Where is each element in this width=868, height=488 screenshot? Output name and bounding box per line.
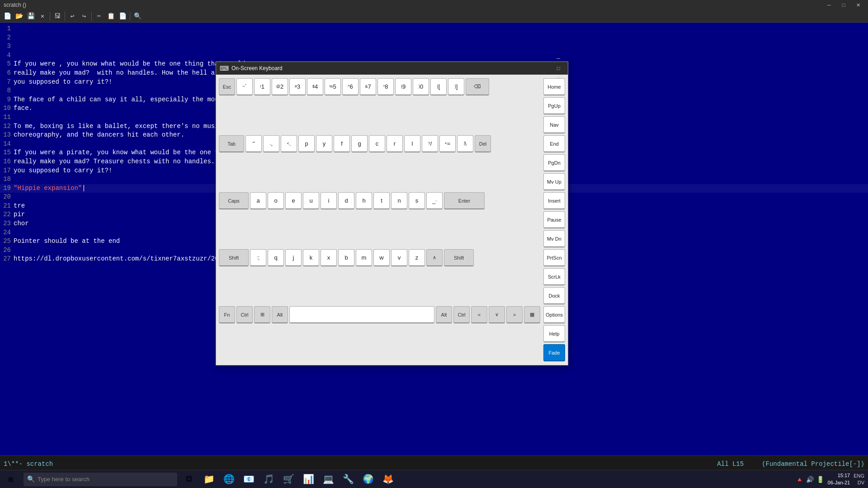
maximize-button[interactable]: □ [837,0,850,10]
osk-key-k[interactable]: k [303,249,319,266]
osk-key-0[interactable]: )0 [413,78,429,95]
osk-key-o[interactable]: o [268,192,284,209]
osk-maximize-button[interactable]: □ [552,63,564,73]
osk-key-slash[interactable]: ?/ [422,135,438,152]
minimize-button[interactable]: ─ [823,0,835,10]
osk-key-pause[interactable]: Pause [543,211,565,228]
pinned-app-1[interactable]: 🌐 [219,470,239,488]
pinned-app-9[interactable]: 🦊 [378,470,398,488]
osk-key-b[interactable]: b [338,249,354,266]
osk-key-del[interactable]: Del [475,135,491,152]
osk-key-w[interactable]: w [373,249,390,266]
osk-key-3[interactable]: #3 [289,78,306,95]
osk-key-j[interactable]: j [285,249,302,266]
pinned-app-3[interactable]: 🎵 [259,470,278,488]
osk-key-quote[interactable]: "' [245,135,262,152]
pinned-app-5[interactable]: 📊 [298,470,318,488]
osk-key-p[interactable]: p [298,135,315,152]
osk-key-pgup[interactable]: PgUp [543,97,565,114]
osk-key-2[interactable]: @2 [272,78,288,95]
new-file-button[interactable]: 📄 [2,11,13,22]
osk-key-uparrow[interactable]: ∧ [426,249,443,266]
osk-key-u[interactable]: u [303,192,319,209]
volume-icon[interactable]: 🔊 [806,476,814,483]
copy-button[interactable]: 📋 [105,11,116,22]
osk-key-shift-right[interactable]: Shift [444,249,474,266]
osk-key-c[interactable]: c [369,135,385,152]
osk-key-caps[interactable]: Caps [219,192,249,209]
osk-key-t[interactable]: t [373,192,390,209]
osk-key-fade[interactable]: Fade [543,344,565,361]
osk-key-8[interactable]: *8 [377,78,394,95]
close-file-button[interactable]: ✕ [37,11,48,22]
osk-key-z[interactable]: z [409,249,425,266]
osk-key-period[interactable]: <. [281,135,297,152]
osk-key-i[interactable]: i [321,192,337,209]
osk-key-r[interactable]: r [387,135,403,152]
osk-key-mvup[interactable]: Mv Up [543,173,565,190]
print-button[interactable]: 🖫 [52,11,63,22]
osk-key-1[interactable]: !1 [254,78,270,95]
osk-key-prtscn[interactable]: PrtScn [543,249,565,266]
clock-display[interactable]: 15:17 06-Jan-21 [828,472,850,486]
file-explorer-button[interactable]: 📁 [199,470,219,488]
osk-key-equals[interactable]: }] [448,78,464,95]
osk-key-semicolon[interactable]: :; [250,249,266,266]
osk-key-alt-right[interactable]: Alt [436,306,452,323]
osk-key-y[interactable]: y [316,135,332,152]
undo-button[interactable]: ↩ [67,11,78,22]
osk-key-pgdn[interactable]: PgDn [543,154,565,171]
osk-key-4[interactable]: $4 [307,78,323,95]
osk-key-l[interactable]: l [404,135,420,152]
osk-key-help[interactable]: Help [543,325,565,342]
osk-key-win[interactable]: ⊞ [254,306,270,323]
osk-key-e[interactable]: e [285,192,302,209]
start-button[interactable]: ⊞ [0,470,22,488]
pinned-app-8[interactable]: 🌍 [358,470,378,488]
osk-key-5[interactable]: %5 [325,78,341,95]
osk-key-end[interactable]: End [543,135,565,152]
search-button[interactable]: 🔍 [132,11,143,22]
osk-key-q[interactable]: q [268,249,284,266]
pinned-app-7[interactable]: 🔧 [338,470,358,488]
osk-key-shift-left[interactable]: Shift [219,249,249,266]
osk-key-mvdn[interactable]: Mv Dn [543,230,565,247]
osk-key-plus[interactable]: += [439,135,456,152]
osk-key-leftarrow[interactable]: < [471,306,487,323]
network-icon[interactable]: 🔺 [796,476,803,483]
osk-minimize-button[interactable]: ─ [552,53,564,63]
redo-button[interactable]: ↪ [79,11,90,22]
osk-key-backspace[interactable]: ⌫ [466,78,489,95]
osk-key-f[interactable]: f [334,135,350,152]
osk-key-fn[interactable]: Fn [219,306,235,323]
osk-key-m[interactable]: m [356,249,372,266]
osk-key-alt-left[interactable]: Alt [272,306,288,323]
osk-key-v[interactable]: v [391,249,407,266]
osk-key-g[interactable]: g [351,135,368,152]
osk-key-space[interactable] [289,306,434,323]
close-button[interactable]: ✕ [852,0,864,10]
osk-key-options[interactable]: Options [543,306,565,323]
osk-key-tab[interactable]: Tab [219,135,244,152]
osk-key-backslash[interactable]: |\ [457,135,473,152]
osk-key-a[interactable]: a [250,192,266,209]
osk-key-ctrl-left[interactable]: Ctrl [236,306,253,323]
pinned-app-4[interactable]: 🛒 [278,470,298,488]
battery-icon[interactable]: 🔋 [816,476,824,483]
osk-key-s[interactable]: s [409,192,425,209]
osk-key-7[interactable]: &7 [360,78,376,95]
osk-key-n[interactable]: n [391,192,407,209]
osk-key-dock[interactable]: Dock [543,287,565,304]
language-indicator[interactable]: ENG DV [854,473,864,486]
paste-button[interactable]: 📄 [117,11,128,22]
osk-key-home[interactable]: Home [543,78,565,95]
task-view-button[interactable]: ⧉ [179,470,199,488]
pinned-app-6[interactable]: 💻 [318,470,338,488]
osk-key-d[interactable]: d [338,192,354,209]
taskbar-search-box[interactable]: 🔍 Type here to search [24,473,177,486]
osk-key-downarrow[interactable]: ∨ [489,306,505,323]
osk-key-comma[interactable]: ,, [263,135,279,152]
osk-key-dash[interactable]: _- [426,192,443,209]
osk-key-6[interactable]: ^6 [342,78,359,95]
open-file-button[interactable]: 📂 [14,11,24,22]
